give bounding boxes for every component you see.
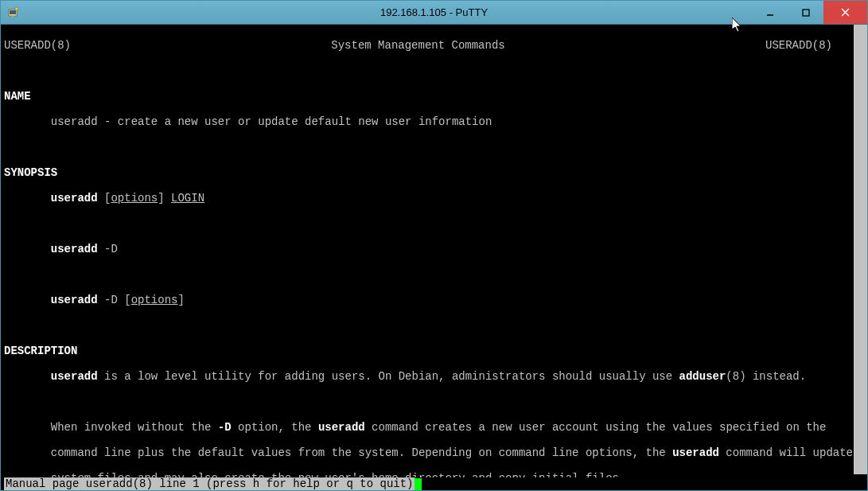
- synopsis3-flag: -D: [104, 294, 118, 306]
- man-header-right: USERADD(8): [765, 39, 832, 52]
- svg-rect-5: [803, 10, 809, 16]
- desc3-suffix: command will update: [719, 446, 853, 459]
- terminal-content: USERADD(8)System Management CommandsUSER…: [1, 25, 867, 490]
- synopsis3-cmd: useradd: [51, 294, 98, 306]
- titlebar[interactable]: 192.168.1.105 - PuTTY: [1, 1, 867, 25]
- cursor: [415, 478, 422, 490]
- section-synopsis: SYNOPSIS: [4, 166, 57, 179]
- maximize-button[interactable]: [788, 1, 823, 24]
- desc2-cmd: useradd: [318, 421, 365, 434]
- terminal[interactable]: USERADD(8)System Management CommandsUSER…: [1, 25, 867, 490]
- status-line: Manual page useradd(8) line 1 (press h f…: [1, 477, 854, 490]
- window-title: 192.168.1.105 - PuTTY: [380, 6, 488, 18]
- close-button[interactable]: [823, 1, 867, 24]
- desc2-pre: When invoked without the: [51, 421, 218, 434]
- window-controls: [752, 1, 867, 24]
- desc1-adduser: adduser: [679, 370, 726, 383]
- synopsis3-options: options: [131, 294, 178, 306]
- svg-point-3: [15, 7, 18, 10]
- man-header-center: System Management Commands: [331, 39, 504, 52]
- desc2-flag: -D: [218, 421, 232, 434]
- section-description: DESCRIPTION: [4, 345, 77, 357]
- minimize-button[interactable]: [752, 1, 788, 24]
- desc2-mid: option, the: [232, 421, 318, 434]
- putty-window: 192.168.1.105 - PuTTY USERADD(8)System M…: [0, 0, 868, 491]
- synopsis-options: options: [111, 192, 158, 205]
- desc1-suffix: (8) instead.: [726, 370, 806, 383]
- name-description: useradd - create a new user or update de…: [51, 115, 492, 128]
- svg-rect-2: [11, 16, 14, 18]
- desc1-cmd: useradd: [51, 370, 98, 383]
- synopsis-cmd: useradd: [51, 192, 98, 205]
- scrollbar-thumb[interactable]: [854, 25, 867, 474]
- desc3-cmd: useradd: [672, 446, 719, 459]
- svg-rect-1: [10, 10, 16, 14]
- synopsis2-flag: -D: [104, 243, 118, 255]
- desc1-text: is a low level utility for adding users.…: [98, 370, 679, 383]
- status-text: Manual page useradd(8) line 1 (press h f…: [4, 477, 415, 490]
- scrollbar[interactable]: [854, 25, 867, 474]
- synopsis-login: LOGIN: [171, 192, 204, 205]
- desc2-text: command creates a new user account using…: [365, 421, 827, 434]
- app-icon: [7, 6, 20, 19]
- section-name: NAME: [4, 90, 31, 103]
- synopsis2-cmd: useradd: [51, 243, 98, 255]
- desc3-text: command line plus the default values fro…: [51, 446, 672, 459]
- man-header-left: USERADD(8): [4, 39, 71, 52]
